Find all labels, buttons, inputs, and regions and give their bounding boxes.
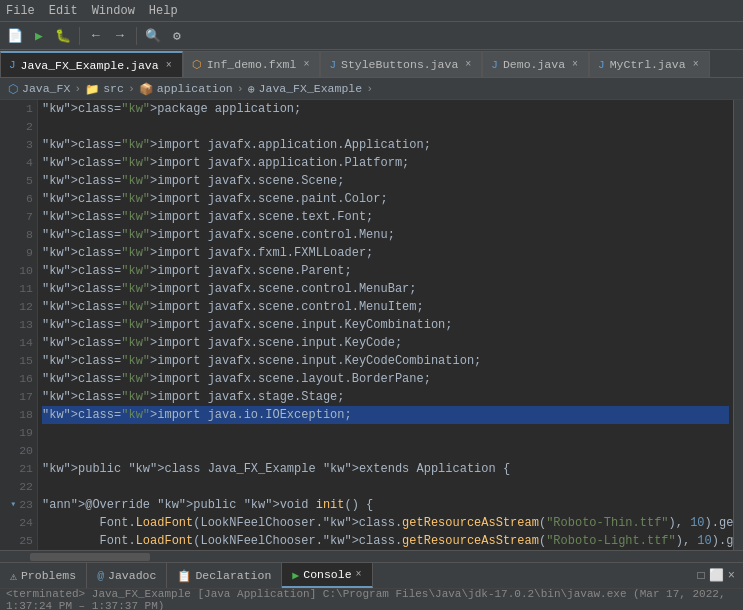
line-number: 16 — [19, 370, 33, 388]
gutter-line: 16 — [4, 370, 33, 388]
tab-java-icon3: J — [491, 59, 498, 71]
tab-java-fx-example[interactable]: J Java_FX_Example.java × — [0, 51, 183, 77]
gutter-line: 21 — [4, 460, 33, 478]
toolbar-debug[interactable]: 🐛 — [52, 25, 74, 47]
tab-java-icon4: J — [598, 59, 605, 71]
code-line: "kw">class="kw">import javafx.scene.cont… — [42, 280, 729, 298]
tab-problems[interactable]: ⚠ Problems — [0, 563, 87, 588]
line-number: 5 — [26, 172, 33, 190]
line-number: 14 — [19, 334, 33, 352]
line-number: 1 — [26, 100, 33, 118]
tab-close-2[interactable]: × — [463, 59, 473, 70]
code-line — [42, 478, 729, 496]
code-line: Font.LoadFont(LookNFeelChooser."kw">clas… — [42, 532, 729, 550]
code-line: "kw">class="kw">import javafx.scene.inpu… — [42, 334, 729, 352]
tab-close-0[interactable]: × — [164, 60, 174, 71]
code-line: "kw">public "kw">class Java_FX_Example "… — [42, 460, 729, 478]
gutter-line: 8 — [4, 226, 33, 244]
h-scroll-thumb[interactable] — [30, 553, 150, 561]
tab-label: Java_FX_Example.java — [21, 59, 159, 72]
line-number: 9 — [26, 244, 33, 262]
menu-help[interactable]: Help — [149, 4, 178, 18]
declaration-icon: 📋 — [177, 569, 191, 583]
gutter-line: 13 — [4, 316, 33, 334]
code-line — [42, 442, 729, 460]
line-number: 3 — [26, 136, 33, 154]
gutter-line: 11 — [4, 280, 33, 298]
gutter-line: 12 — [4, 298, 33, 316]
tab-javadoc[interactable]: @ Javadoc — [87, 563, 167, 588]
toolbar-settings[interactable]: ⚙ — [166, 25, 188, 47]
breadcrumb-src[interactable]: src — [103, 82, 124, 95]
line-number: 8 — [26, 226, 33, 244]
tab-myctrl[interactable]: J MyCtrl.java × — [589, 51, 710, 77]
tab-close-3[interactable]: × — [570, 59, 580, 70]
breadcrumb-application[interactable]: application — [157, 82, 233, 95]
minimize-view-icon[interactable]: □ — [698, 569, 705, 583]
toolbar-back[interactable]: ← — [85, 25, 107, 47]
line-number: 13 — [19, 316, 33, 334]
breadcrumb-class[interactable]: Java_FX_Example — [259, 82, 363, 95]
line-number: 18 — [19, 406, 33, 424]
tab-inf-demo[interactable]: ⬡ Inf_demo.fxml × — [183, 51, 321, 77]
code-line: "kw">class="kw">import javafx.scene.text… — [42, 208, 729, 226]
tab-console-close[interactable]: × — [356, 569, 362, 580]
tab-fxml-icon: ⬡ — [192, 58, 202, 71]
tab-label: MyCtrl.java — [610, 58, 686, 71]
horizontal-scrollbar[interactable] — [0, 550, 743, 562]
console-icon: ▶ — [292, 568, 299, 582]
maximize-view-icon[interactable]: ⬜ — [709, 568, 724, 583]
tab-demo[interactable]: J Demo.java × — [482, 51, 589, 77]
breadcrumb: ⬡ Java_FX › 📁 src › 📦 application › ⊕ Ja… — [0, 78, 743, 100]
gutter-line: 14 — [4, 334, 33, 352]
editor: 12345678910111213141516171819202122▾2324… — [0, 100, 743, 550]
line-number: 15 — [19, 352, 33, 370]
toolbar-sep1 — [79, 27, 80, 45]
line-number: 24 — [19, 514, 33, 532]
tab-style-buttons[interactable]: J StyleButtons.java × — [320, 51, 482, 77]
gutter-line: 9 — [4, 244, 33, 262]
toolbar-new[interactable]: 📄 — [4, 25, 26, 47]
gutter-line: 22 — [4, 478, 33, 496]
code-area[interactable]: "kw">class="kw">package application; "kw… — [38, 100, 733, 550]
bottom-tabs: ⚠ Problems @ Javadoc 📋 Declaration ▶ Con… — [0, 562, 743, 588]
toolbar-run[interactable]: ▶ — [28, 25, 50, 47]
toolbar-search[interactable]: 🔍 — [142, 25, 164, 47]
tab-declaration[interactable]: 📋 Declaration — [167, 563, 282, 588]
breadcrumb-src-icon: 📁 — [85, 82, 99, 96]
code-line: "kw">class="kw">import javafx.scene.Pare… — [42, 262, 729, 280]
toolbar-forward[interactable]: → — [109, 25, 131, 47]
javadoc-icon: @ — [97, 569, 104, 582]
gutter-line: 15 — [4, 352, 33, 370]
gutter-line: 6 — [4, 190, 33, 208]
declaration-label: Declaration — [195, 569, 271, 582]
gutter-line: 17 — [4, 388, 33, 406]
fold-arrow[interactable]: ▾ — [10, 496, 16, 514]
tab-close-1[interactable]: × — [301, 59, 311, 70]
gutter-line: 18 — [4, 406, 33, 424]
breadcrumb-java-fx[interactable]: Java_FX — [22, 82, 70, 95]
line-numbers: 12345678910111213141516171819202122▾2324… — [0, 100, 38, 550]
code-line: "kw">class="kw">import javafx.applicatio… — [42, 136, 729, 154]
gutter-line: 4 — [4, 154, 33, 172]
code-line: "kw">class="kw">import javafx.scene.inpu… — [42, 316, 729, 334]
breadcrumb-class-icon: ⊕ — [248, 82, 255, 96]
menu-window[interactable]: Window — [92, 4, 135, 18]
line-number: 2 — [26, 118, 33, 136]
tabs-bar: J Java_FX_Example.java × ⬡ Inf_demo.fxml… — [0, 50, 743, 78]
line-number: 21 — [19, 460, 33, 478]
tab-console[interactable]: ▶ Console × — [282, 563, 372, 588]
tab-close-4[interactable]: × — [691, 59, 701, 70]
gutter-line: ▾23 — [4, 496, 33, 514]
code-line: "kw">class="kw">import java.io.IOExcepti… — [42, 406, 729, 424]
code-line: "kw">class="kw">import javafx.scene.cont… — [42, 298, 729, 316]
gutter-line: 19 — [4, 424, 33, 442]
line-number: 17 — [19, 388, 33, 406]
breadcrumb-app-icon: 📦 — [139, 82, 153, 96]
tab-java-icon: J — [9, 59, 16, 71]
menu-edit[interactable]: Edit — [49, 4, 78, 18]
line-number: 23 — [19, 496, 33, 514]
menu-file[interactable]: File — [6, 4, 35, 18]
close-view-icon[interactable]: × — [728, 569, 735, 583]
vertical-scrollbar[interactable] — [733, 100, 743, 550]
